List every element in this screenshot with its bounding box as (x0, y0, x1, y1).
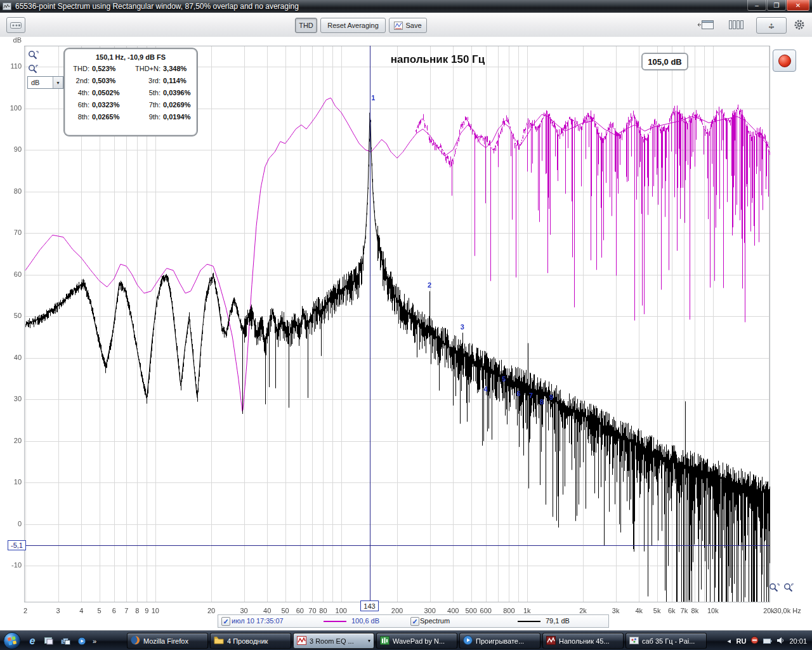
taskbar-button[interactable]: Напольник 45... (542, 633, 624, 649)
zoom-y-in-icon[interactable] (28, 50, 39, 62)
taskbar-button-label: WavePad by N... (393, 637, 454, 645)
legend-trace2-value: 79,1 dB (546, 617, 570, 625)
legend-trace1-value: 100,6 dB (351, 617, 379, 625)
thd-row-label: 7th: (131, 101, 163, 109)
taskbar-button-label: саб 35 Гц - Pai... (642, 637, 703, 645)
cursor-level-label: -5,1 (8, 540, 26, 550)
internet-explorer-icon[interactable]: e (27, 635, 38, 647)
taskbar-button-label: 3 Room EQ ... (310, 637, 365, 645)
thd-row-label: THD: (67, 65, 92, 72)
tray-expand-icon[interactable]: ◄ (726, 638, 732, 644)
chart-title: напольник 150 Гц (330, 53, 546, 66)
taskbar-button-label: Напольник 45... (559, 637, 620, 645)
media-player-quicklaunch-icon[interactable] (76, 635, 88, 647)
reset-averaging-button[interactable]: Reset Averaging (320, 18, 386, 33)
thd-row-value: 0,0323% (92, 101, 131, 109)
zoom-y-out-icon[interactable] (28, 64, 39, 76)
window-switcher-icon[interactable] (60, 635, 71, 647)
thd-row-value: 0,0502% (92, 89, 131, 96)
close-button[interactable]: ✕ (787, 0, 809, 11)
save-button[interactable]: Save (389, 18, 427, 33)
zoom-x-in-icon[interactable] (769, 583, 780, 594)
input-device-button[interactable] (6, 17, 25, 33)
thd-row-value: 0,114% (163, 77, 195, 84)
save-icon (394, 22, 403, 30)
soundcard-icon (10, 21, 22, 30)
thd-row-label: 4th: (67, 89, 92, 96)
taskbar-button[interactable]: 3 Room EQ ...▾ (293, 633, 374, 649)
taskbar-clock[interactable]: 20:01 (789, 637, 807, 645)
y-axis-unit-select[interactable]: dB ▼ (27, 76, 63, 89)
record-button[interactable] (773, 50, 796, 72)
thd-row-value: 0,0269% (163, 101, 195, 109)
taskbar-button[interactable]: Mozilla Firefox (127, 633, 208, 649)
dock-graph-button[interactable] (697, 18, 716, 31)
thd-row-value: 0,0265% (92, 113, 131, 121)
legend-checkbox[interactable]: ✓ (221, 617, 230, 626)
level-readout: 105,0 dB (641, 53, 688, 70)
taskbar-button[interactable]: саб 35 Гц - Pai... (625, 633, 707, 649)
minimize-button[interactable]: – (747, 0, 766, 11)
legend-bar: ✓ июл 10 17:35:07 100,6 dB ✓ Spectrum 79… (218, 614, 609, 628)
quick-launch-bar: e » (27, 633, 96, 649)
title-bar: 65536-point Spectrum using Rectangular w… (0, 0, 812, 13)
toolbar: THD Reset Averaging Save ↔↕ (0, 13, 812, 37)
taskbar: e » Mozilla Firefox4 Проводник3 Room EQ … (0, 630, 812, 650)
thd-row-label: 2nd: (67, 77, 92, 84)
thd-row-label: 6th: (67, 101, 92, 109)
taskbar-button[interactable]: 4 Проводник (210, 633, 291, 649)
gear-icon (794, 19, 805, 30)
wmp-icon (463, 635, 473, 646)
dropdown-arrow-icon: ▼ (53, 77, 63, 88)
wavepad-icon (380, 636, 390, 646)
taskbar-button-label: 4 Проводник (227, 637, 287, 645)
dock-graph-icon (698, 20, 714, 30)
taskbar-button[interactable]: Проигрывате... (459, 633, 540, 649)
thd-values-grid: THD:0,523%THD+N:3,348%2nd:0,503%3rd:0,11… (67, 65, 197, 121)
plot-client-area: dB ▼ 150,1 Hz, -10,9 dB FS THD:0,523%THD… (0, 37, 812, 630)
y-axis-unit-value: dB (28, 79, 53, 86)
paint-icon (629, 636, 639, 646)
legend-trace2-label[interactable]: Spectrum (420, 617, 450, 625)
thd-row-value: 0,503% (92, 77, 131, 84)
app-icon (3, 3, 11, 10)
zoom-x-out-icon[interactable] (783, 583, 795, 594)
pan-arrows-icon: ↔↕ (765, 19, 778, 32)
cursor-frequency-label: 143 (360, 600, 379, 611)
volume-icon[interactable] (776, 635, 785, 647)
thd-panel: 150,1 Hz, -10,9 dB FS THD:0,523%THD+N:3,… (63, 48, 198, 136)
trace2-color-sample (518, 621, 540, 622)
folder-icon (214, 636, 224, 646)
graph-columns-button[interactable] (727, 18, 746, 31)
save-button-label: Save (405, 22, 421, 29)
legend-trace1-label[interactable]: июл 10 17:35:07 (232, 617, 284, 625)
start-button[interactable] (3, 631, 22, 650)
settings-button[interactable] (792, 18, 806, 32)
thd-panel-header: 150,1 Hz, -10,9 dB FS (65, 53, 197, 61)
language-indicator[interactable]: RU (737, 637, 747, 645)
thd-row-label: 5th: (131, 89, 163, 96)
thd-row-value: 3,348% (163, 65, 195, 72)
thd-row-value: 0,523% (92, 65, 131, 72)
taskbar-button-label: Mozilla Firefox (143, 637, 204, 645)
show-desktop-icon[interactable] (43, 635, 55, 647)
taskbar-button[interactable]: WavePad by N... (376, 633, 457, 649)
trace1-color-sample (324, 621, 346, 622)
columns-icon (728, 20, 745, 30)
task-group-chevron-icon: ▾ (368, 638, 370, 644)
pan-zoom-button[interactable]: ↔↕ (756, 17, 787, 34)
tray-status-icon[interactable] (750, 635, 759, 647)
thd-row-value: 0,0194% (163, 113, 195, 121)
battery-icon[interactable] (763, 635, 772, 647)
thd-row-value: 0,0396% (163, 89, 195, 96)
record-icon (778, 55, 791, 67)
maximize-button[interactable]: ❐ (767, 0, 786, 11)
thd-row-label: THD+N: (131, 65, 163, 72)
window-title: 65536-point Spectrum using Rectangular w… (15, 2, 299, 11)
thd-button[interactable]: THD (295, 18, 317, 33)
quick-launch-overflow-chevron[interactable]: » (93, 637, 96, 645)
rew-icon (297, 636, 306, 646)
thd-row-label: 8th: (67, 113, 92, 121)
legend-checkbox[interactable]: ✓ (410, 617, 419, 626)
thd-row-label: 3rd: (131, 77, 163, 84)
